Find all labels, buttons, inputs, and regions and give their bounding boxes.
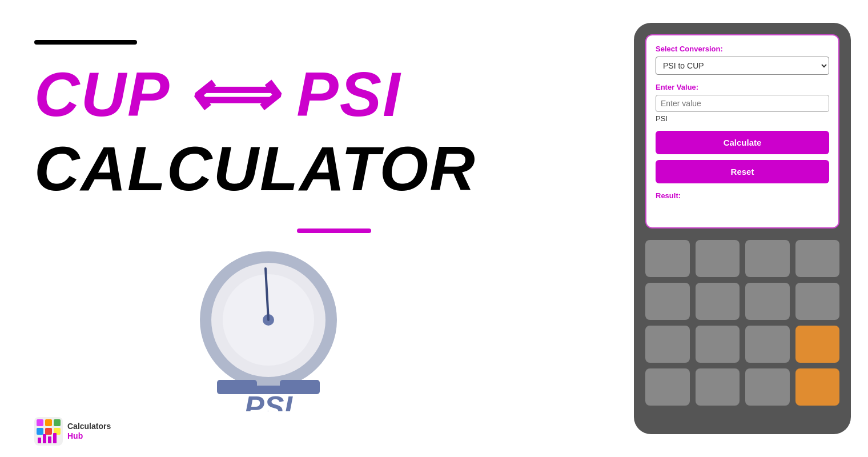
select-conversion-label: Select Conversion: (656, 45, 829, 53)
svg-rect-18 (48, 436, 51, 443)
key-5[interactable] (645, 283, 690, 320)
svg-rect-14 (45, 428, 52, 435)
logo-container: Calculators Hub (34, 417, 111, 446)
logo-hub: Hub (67, 431, 111, 441)
key-10[interactable] (696, 326, 740, 363)
enter-value-label: Enter Value: (656, 83, 829, 91)
gauge-illustration: PSI (171, 240, 365, 423)
svg-rect-11 (45, 419, 52, 426)
key-orange-2[interactable] (795, 368, 840, 406)
key-3[interactable] (745, 240, 790, 277)
svg-text:PSI: PSI (244, 390, 293, 411)
value-input[interactable] (656, 95, 829, 112)
title-line1: CUP ⟺ PSI (34, 63, 401, 126)
key-11[interactable] (745, 326, 790, 363)
result-label: Result: (656, 191, 829, 200)
key-6[interactable] (696, 283, 740, 320)
svg-rect-10 (37, 419, 43, 426)
svg-rect-13 (37, 428, 43, 435)
calculator-device: Select Conversion: PSI to CUP CUP to PSI… (634, 23, 851, 434)
key-13[interactable] (696, 368, 740, 406)
key-8[interactable] (795, 283, 840, 320)
key-orange-1[interactable] (795, 326, 840, 363)
conversion-select[interactable]: PSI to CUP CUP to PSI (656, 57, 829, 75)
left-section: CUP ⟺ PSI CALCULATOR PSI (34, 0, 548, 457)
svg-rect-12 (54, 419, 61, 426)
svg-rect-19 (53, 433, 57, 443)
key-2[interactable] (696, 240, 740, 277)
unit-label: PSI (656, 114, 829, 123)
calculate-button[interactable]: Calculate (656, 131, 829, 154)
calculator-screen: Select Conversion: PSI to CUP CUP to PSI… (645, 34, 839, 228)
key-4[interactable] (795, 240, 840, 277)
logo-text: Calculators Hub (67, 422, 111, 441)
title-line2: CALCULATOR (34, 137, 476, 200)
key-1[interactable] (645, 240, 690, 277)
svg-rect-17 (43, 434, 46, 443)
reset-button[interactable]: Reset (656, 160, 829, 183)
logo-calculators: Calculators (67, 422, 111, 431)
key-14[interactable] (745, 368, 790, 406)
top-decorative-bar (34, 40, 137, 45)
keypad (645, 240, 839, 406)
svg-rect-16 (38, 438, 41, 443)
key-9[interactable] (645, 326, 690, 363)
logo-icon (34, 417, 63, 446)
key-7[interactable] (745, 283, 790, 320)
key-12[interactable] (645, 368, 690, 406)
purple-decorative-bar (297, 228, 371, 233)
